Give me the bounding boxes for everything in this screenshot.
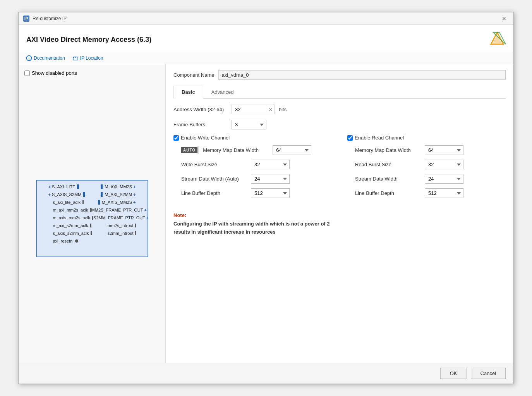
write-channel-col: Enable Write Channel AUTO Memory Map Dat… [173, 135, 332, 203]
port-s-axi-lite: + S_AXI_LITE M_AXI_MM2S + [48, 184, 136, 190]
left-panel: Show disabled ports + S_AXI_LITE [19, 64, 166, 363]
enable-write-channel-checkbox[interactable] [173, 135, 179, 141]
address-width-row: Address Width (32-64) 32 ✕ bits [173, 105, 506, 114]
write-stream-data-width-select[interactable]: 24 8 16 32 64 128 256 512 1024 [251, 174, 290, 184]
channels-section: Enable Write Channel AUTO Memory Map Dat… [173, 135, 506, 203]
header: AXI Video Direct Memory Access (6.3) [19, 25, 513, 52]
show-disabled-checkbox[interactable] [24, 71, 30, 76]
read-channel-col: Enable Read Channel Memory Map Data Widt… [347, 135, 506, 203]
read-channel-checkbox-wrap: Enable Read Channel [347, 135, 404, 141]
tabs: Basic Advanced [173, 86, 506, 99]
info-icon: i [26, 55, 32, 61]
close-button[interactable]: ✕ [499, 15, 509, 22]
footer: OK Cancel [19, 363, 513, 384]
write-channel-checkbox-wrap: Enable Write Channel [173, 135, 230, 141]
note-title: Note: [173, 212, 506, 218]
read-line-buffer-depth-row: Line Buffer Depth 512 128 256 1024 2048 … [347, 188, 506, 198]
ip-block: + S_AXI_LITE M_AXI_MM2S + [36, 180, 148, 257]
read-line-buffer-depth-select[interactable]: 512 128 256 1024 2048 4096 8192 16384 32… [425, 188, 463, 198]
port-s-axis-s2mm: + S_AXIS_S2MM M_AXI_S2MM + [48, 191, 136, 198]
write-stream-data-width-row: Stream Data Width (Auto) 24 8 16 32 64 1… [173, 174, 332, 184]
component-name-row: Component Name axi_vdma_0 [173, 70, 506, 80]
read-channel-header: Enable Read Channel [347, 135, 506, 141]
cancel-button[interactable]: Cancel [471, 368, 506, 379]
main-window: IP Re-customize IP ✕ AXI Video Direct Me… [18, 12, 514, 384]
note-line1: Configuring the IP with streaming width … [173, 220, 506, 236]
read-memory-map-data-width-label: Memory Map Data Width [355, 147, 421, 153]
main-content: Show disabled ports + S_AXI_LITE [19, 64, 513, 363]
read-line-buffer-depth-label: Line Buffer Depth [355, 190, 421, 196]
auto-badge-wrap: AUTO [181, 146, 199, 154]
enable-read-channel-label[interactable]: Enable Read Channel [355, 135, 404, 141]
port-s-axis-s2mm-aclk: s_axis_s2mm_aclk s2mm_introut [48, 230, 136, 236]
xilinx-logo [489, 31, 506, 48]
ip-location-button[interactable]: IP Location [73, 55, 103, 61]
write-memory-map-data-width-row: AUTO Memory Map Data Width 64 32 128 256… [173, 145, 332, 155]
folder-icon [73, 55, 78, 61]
documentation-button[interactable]: i Documentation [26, 55, 65, 61]
port-m-axi-mm2s-aclk: m_axi_mm2s_aclk MM2S_FRAME_PTR_OUT + [48, 207, 136, 213]
address-width-input-wrap: 32 ✕ [232, 105, 275, 114]
write-burst-size-label: Write Burst Size [181, 162, 247, 167]
address-width-clear-button[interactable]: ✕ [267, 107, 275, 113]
toolbar: i Documentation IP Location [19, 52, 513, 64]
tab-advanced[interactable]: Advanced [203, 86, 242, 98]
write-line-buffer-depth-row: Line Buffer Depth 512 128 256 1024 2048 … [173, 188, 332, 198]
read-stream-data-width-select[interactable]: 24 8 16 32 64 128 256 512 1024 [425, 174, 463, 184]
show-disabled-checkbox-wrap: Show disabled ports [24, 70, 77, 76]
enable-read-channel-checkbox[interactable] [347, 135, 353, 141]
titlebar-left: IP Re-customize IP [23, 15, 67, 22]
frame-buffers-row: Frame Buffers 3 1 2 4 5 6 7 8 [173, 120, 506, 129]
ip-diagram: + S_AXI_LITE M_AXI_MM2S + [36, 180, 148, 257]
read-stream-data-width-row: Stream Data Width 24 8 16 32 64 128 256 … [347, 174, 506, 184]
read-burst-size-select[interactable]: 32 2 4 8 16 64 128 256 [425, 160, 463, 169]
documentation-label: Documentation [34, 55, 65, 61]
show-disabled-label[interactable]: Show disabled ports [32, 70, 77, 76]
frame-buffers-label: Frame Buffers [173, 122, 228, 127]
write-burst-size-row: Write Burst Size 32 2 4 8 16 64 128 256 [173, 160, 332, 169]
note-section: Note: Configuring the IP with streaming … [173, 208, 506, 240]
header-title: AXI Video Direct Memory Access (6.3) [26, 36, 151, 44]
read-stream-data-width-label: Stream Data Width [355, 176, 421, 182]
write-channel-header: Enable Write Channel [173, 135, 332, 141]
component-name-label: Component Name [173, 72, 215, 78]
read-burst-size-label: Read Burst Size [355, 162, 421, 167]
ok-button[interactable]: OK [440, 368, 467, 379]
svg-text:i: i [29, 57, 30, 60]
address-width-input[interactable]: 32 [232, 105, 267, 114]
diagram-area: + S_AXI_LITE M_AXI_MM2S + [24, 80, 160, 357]
write-stream-data-width-label: Stream Data Width (Auto) [181, 176, 247, 182]
frame-buffers-select[interactable]: 3 1 2 4 5 6 7 8 [232, 120, 266, 129]
address-width-unit: bits [279, 107, 287, 112]
read-burst-size-row: Read Burst Size 32 2 4 8 16 64 128 256 [347, 160, 506, 169]
write-burst-size-select[interactable]: 32 2 4 8 16 64 128 256 [251, 160, 290, 169]
read-memory-map-data-width-select[interactable]: 64 32 128 256 512 1024 [425, 145, 463, 155]
auto-badge: AUTO [181, 147, 197, 153]
titlebar: IP Re-customize IP ✕ [19, 12, 513, 25]
component-name-input[interactable]: axi_vdma_0 [218, 70, 506, 80]
write-memory-map-data-width-select[interactable]: 64 32 128 256 512 1024 [273, 145, 311, 155]
address-width-label: Address Width (32-64) [173, 107, 228, 112]
show-disabled-row: Show disabled ports [24, 70, 160, 76]
port-m-axi-s2mm-aclk: m_axi_s2mm_aclk mm2s_introut [48, 222, 136, 229]
port-m-axis-mm2s-aclk: m_axis_mm2s_aclk S2MM_FRAME_PTR_OUT + [48, 215, 136, 221]
port-axi-resetn: axi_resetn [48, 238, 136, 244]
port-s-axi-lite-aclk: s_axi_lite_aclk M_AXIS_MM2S + [48, 199, 136, 205]
svg-text:IP: IP [24, 17, 28, 21]
read-memory-map-data-width-row: Memory Map Data Width 64 32 128 256 512 … [347, 145, 506, 155]
enable-write-channel-label[interactable]: Enable Write Channel [181, 135, 230, 141]
write-line-buffer-depth-select[interactable]: 512 128 256 1024 2048 4096 8192 16384 32… [251, 188, 290, 198]
app-icon: IP [23, 15, 29, 22]
right-panel: Component Name axi_vdma_0 Basic Advanced… [166, 64, 513, 363]
ip-location-label: IP Location [80, 55, 103, 61]
tab-basic[interactable]: Basic [173, 86, 203, 99]
write-line-buffer-depth-label: Line Buffer Depth [181, 190, 247, 196]
window-title: Re-customize IP [33, 16, 67, 21]
write-memory-map-data-width-label: Memory Map Data Width [203, 147, 269, 153]
